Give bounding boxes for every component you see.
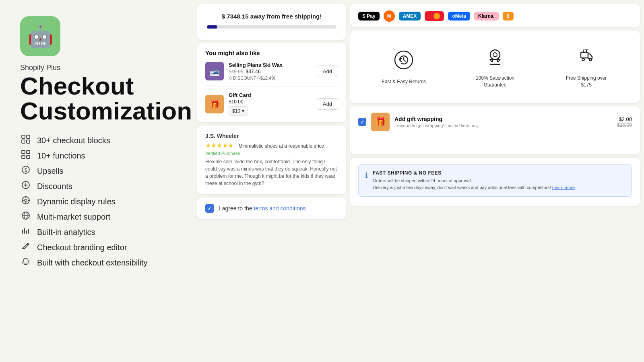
svg-rect-7 bbox=[27, 155, 30, 158]
terms-checkbox[interactable]: ✓ bbox=[205, 204, 214, 213]
fast-ship-text: Orders will be shipped within 24 hours o… bbox=[373, 177, 625, 191]
meta-badge: oMeta bbox=[448, 12, 470, 21]
feature-extensibility-label: Built with checkout extensibility bbox=[37, 258, 148, 267]
gift-wrap-desc: Discounted gift wrapping! Limited time o… bbox=[394, 123, 612, 128]
svg-rect-3 bbox=[27, 140, 30, 143]
denomination-select[interactable]: $10 ▾ bbox=[229, 106, 248, 116]
trust-returns: Fast & Easy Returns bbox=[380, 49, 428, 85]
terms-card: ✓ I agree to the terms and conditions bbox=[197, 197, 346, 219]
feature-functions: 10+ functions bbox=[20, 150, 177, 161]
terms-text: I agree to the terms and conditions bbox=[219, 205, 306, 212]
logo-icon: 🤖 bbox=[27, 24, 54, 49]
fast-ship-inner: ℹ FAST SHIPPING & NO FEES Orders will be… bbox=[358, 164, 632, 197]
svg-point-17 bbox=[493, 53, 497, 57]
svg-rect-6 bbox=[22, 155, 25, 158]
svg-point-16 bbox=[490, 50, 500, 60]
gift-wrap-prices: $2.00 $10.00 bbox=[617, 116, 632, 128]
gift-card-add-button[interactable]: Add bbox=[317, 98, 338, 110]
gift-card-prices: $10.00 bbox=[229, 99, 312, 105]
shipping-progress-card: $ 7348.15 away from free shipping! bbox=[197, 4, 346, 40]
terms-link[interactable]: terms and conditions bbox=[254, 205, 305, 212]
right-panel: S Pay M AMEX oMeta Klarna. ₿ Fast & bbox=[350, 0, 644, 362]
market-icon bbox=[20, 211, 31, 222]
ski-wax-prices: $49.95 $37.46 bbox=[229, 69, 312, 74]
svg-point-12 bbox=[25, 199, 27, 202]
review-card: J.S. Wheeler ★★★★★ Minimalistic shoes at… bbox=[197, 125, 346, 194]
ski-wax-image: 🎿 bbox=[205, 62, 224, 80]
app-subtitle: Shopify Plus bbox=[20, 64, 177, 72]
upsell-card: You might also like 🎿 Selling Plans Ski … bbox=[197, 43, 346, 122]
reviewer-name: J.S. Wheeler bbox=[205, 133, 338, 139]
discounts-icon bbox=[20, 181, 31, 192]
svg-rect-1 bbox=[27, 135, 30, 138]
feature-upsells: $ Upsells bbox=[20, 165, 177, 177]
svg-text:$: $ bbox=[25, 167, 27, 173]
gift-wrap-name: Add gift wrapping bbox=[394, 116, 612, 122]
gift-card-image: 🎁 bbox=[205, 95, 224, 113]
feature-upsells-label: Upsells bbox=[37, 167, 64, 176]
analytics-icon bbox=[20, 226, 31, 238]
svg-rect-18 bbox=[581, 52, 588, 58]
svg-point-19 bbox=[582, 58, 584, 61]
gift-checkbox[interactable]: ✓ bbox=[358, 118, 366, 126]
ski-wax-old-price: $49.95 bbox=[229, 69, 244, 74]
feature-functions-label: 10+ functions bbox=[37, 151, 85, 160]
review-stars-row: ★★★★★ Minimalistic shoes at a reasonable… bbox=[205, 142, 338, 149]
feature-dynamic-label: Dynamic display rules bbox=[37, 197, 116, 206]
klarna-badge: Klarna. bbox=[474, 12, 499, 21]
btc-badge: ₿ bbox=[503, 12, 514, 21]
fast-ship-learn-more[interactable]: Learn more bbox=[552, 185, 575, 190]
svg-rect-0 bbox=[22, 135, 25, 138]
crypto-badge: M bbox=[384, 10, 395, 22]
feature-market-label: Multi-market support bbox=[37, 212, 110, 222]
gift-card-price: $10.00 bbox=[229, 99, 244, 105]
feature-blocks: 30+ checkout blocks bbox=[20, 135, 177, 146]
free-shipping-icon bbox=[575, 45, 598, 71]
middle-panel: $ 7348.15 away from free shipping! You m… bbox=[193, 0, 350, 362]
svg-point-20 bbox=[589, 58, 592, 61]
features-list: 30+ checkout blocks 10+ functions $ Upse… bbox=[20, 135, 177, 268]
upsell-item-ski-wax: 🎿 Selling Plans Ski Wax $49.95 $37.46 ◇ … bbox=[205, 62, 338, 86]
ski-wax-add-button[interactable]: Add bbox=[317, 66, 338, 77]
fast-ship-info-icon: ℹ bbox=[365, 171, 368, 191]
gift-wrapping-card: ✓ 🎁 Add gift wrapping Discounted gift wr… bbox=[350, 106, 640, 154]
upsell-item-gift-card: 🎁 Gift Card $10.00 $10 ▾ Add bbox=[205, 92, 338, 116]
dynamic-icon bbox=[20, 196, 31, 207]
ski-wax-discount: ◇ DISCOUNT (-$12.49) bbox=[229, 75, 312, 80]
returns-label: Fast & Easy Returns bbox=[382, 78, 426, 85]
review-stars: ★★★★★ bbox=[205, 142, 233, 149]
checkmark-icon: ✓ bbox=[207, 205, 212, 212]
apple-pay-badge: S Pay bbox=[358, 12, 380, 21]
upsells-icon: $ bbox=[20, 165, 31, 177]
feature-discounts-label: Discounts bbox=[37, 182, 72, 191]
extensibility-icon bbox=[20, 257, 31, 268]
trust-satisfaction: 100% Satisfaction Guarantee bbox=[471, 45, 519, 88]
app-logo: 🤖 bbox=[20, 16, 60, 56]
svg-rect-2 bbox=[22, 140, 25, 143]
feature-branding: Checkout branding editor bbox=[20, 242, 177, 253]
satisfaction-icon bbox=[484, 45, 506, 71]
gift-price-new: $2.00 bbox=[617, 116, 632, 122]
fast-shipping-card: ℹ FAST SHIPPING & NO FEES Orders will be… bbox=[350, 158, 640, 206]
review-text: Flexible sole, wide toe box, comfortable… bbox=[205, 158, 338, 187]
svg-rect-5 bbox=[27, 150, 30, 154]
gift-row: ✓ 🎁 Add gift wrapping Discounted gift wr… bbox=[358, 113, 632, 131]
payment-methods-card: S Pay M AMEX oMeta Klarna. ₿ bbox=[350, 4, 640, 27]
gift-wrap-image: 🎁 bbox=[371, 113, 390, 131]
functions-icon bbox=[20, 150, 31, 161]
fast-ship-title: FAST SHIPPING & NO FEES bbox=[373, 170, 625, 176]
returns-icon bbox=[392, 49, 415, 74]
shipping-text: $ 7348.15 away from free shipping! bbox=[207, 13, 336, 20]
upsell-title: You might also like bbox=[205, 49, 338, 56]
feature-market: Multi-market support bbox=[20, 211, 177, 222]
gift-info: Add gift wrapping Discounted gift wrappi… bbox=[394, 116, 612, 128]
feature-extensibility: Built with checkout extensibility bbox=[20, 257, 177, 268]
ski-wax-info: Selling Plans Ski Wax $49.95 $37.46 ◇ DI… bbox=[229, 62, 312, 80]
fast-ship-content: FAST SHIPPING & NO FEES Orders will be s… bbox=[373, 170, 625, 191]
gift-price-old: $10.00 bbox=[617, 122, 632, 128]
title-line2: Customization bbox=[20, 97, 192, 125]
feature-discounts: Discounts bbox=[20, 181, 177, 192]
gift-checkmark-icon: ✓ bbox=[360, 119, 365, 125]
gift-card-info: Gift Card $10.00 $10 ▾ bbox=[229, 92, 312, 116]
app-title: Checkout Customization bbox=[20, 74, 177, 123]
